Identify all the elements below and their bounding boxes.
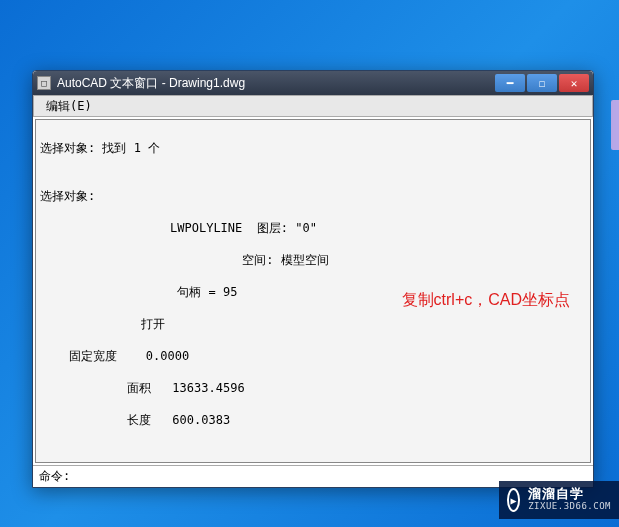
menu-edit[interactable]: 编辑(E) <box>40 96 98 117</box>
minimize-button[interactable]: ━ <box>495 74 525 92</box>
app-icon: □ <box>37 76 51 90</box>
watermark-title: 溜溜自学 <box>528 487 611 500</box>
autocad-text-window: □ AutoCAD 文本窗口 - Drawing1.dwg ━ ☐ ✕ 编辑(E… <box>32 70 594 488</box>
background-element <box>611 100 619 150</box>
menubar: 编辑(E) <box>33 95 593 117</box>
output-line: 固定宽度 0.0000 <box>40 348 586 364</box>
output-line: 选择对象: 找到 1 个 <box>40 140 586 156</box>
play-icon: ▶ <box>507 488 520 512</box>
watermark-url: ZIXUE.3D66.COM <box>528 500 611 513</box>
watermark: ▶ 溜溜自学 ZIXUE.3D66.COM <box>499 481 619 519</box>
text-content-area[interactable]: 选择对象: 找到 1 个 选择对象: LWPOLYLINE 图层: "0" 空间… <box>35 119 591 463</box>
output-line: 长度 600.0383 <box>40 412 586 428</box>
command-prompt: 命令: <box>39 468 70 485</box>
output-line: 面积 13633.4596 <box>40 380 586 396</box>
maximize-button[interactable]: ☐ <box>527 74 557 92</box>
annotation-text: 复制ctrl+c，CAD坐标点 <box>402 292 570 308</box>
output-line: LWPOLYLINE 图层: "0" <box>40 220 586 236</box>
output-line: 选择对象: <box>40 188 586 204</box>
selected-coordinates[interactable]: 于端点 X= 295.4944 Y= 26.0211 Z= 0.0000 于端点… <box>40 452 586 463</box>
output-line: 打开 <box>40 316 586 332</box>
close-button[interactable]: ✕ <box>559 74 589 92</box>
window-controls: ━ ☐ ✕ <box>495 74 589 92</box>
output-line: 空间: 模型空间 <box>40 252 586 268</box>
titlebar[interactable]: □ AutoCAD 文本窗口 - Drawing1.dwg ━ ☐ ✕ <box>33 71 593 95</box>
window-title: AutoCAD 文本窗口 - Drawing1.dwg <box>57 75 495 92</box>
